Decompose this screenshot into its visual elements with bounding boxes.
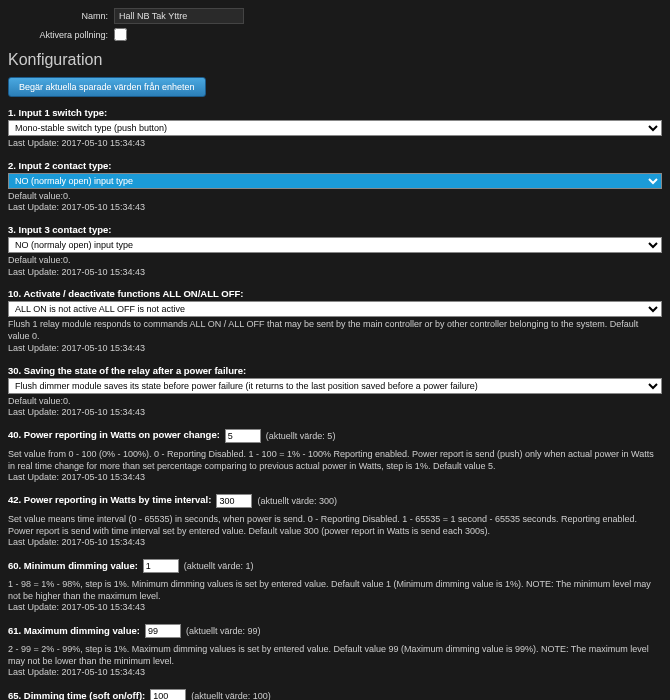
param40-label: 40. Power reporting in Watts on power ch… [8,429,220,440]
param40-lastupdate: Last Update: 2017-05-10 15:34:43 [8,472,662,484]
param40-desc: Set value from 0 - 100 (0% - 100%). 0 - … [8,449,662,472]
param1-label: 1. Input 1 switch type: [8,107,662,118]
param60-desc: 1 - 98 = 1% - 98%, step is 1%. Minimum d… [8,579,662,602]
param40-input[interactable] [225,429,261,443]
param60-input[interactable] [143,559,179,573]
param1-select[interactable]: Mono-stable switch type (push button) [8,120,662,136]
param30-select[interactable]: Flush dimmer module saves its state befo… [8,378,662,394]
param3-select[interactable]: NO (normaly open) input type [8,237,662,253]
param2-default: Default value:0. [8,191,662,203]
param2-select[interactable]: NO (normaly open) input type [8,173,662,189]
param65-label: 65. Dimming time (soft on/off): [8,690,145,700]
param61-lastupdate: Last Update: 2017-05-10 15:34:43 [8,667,662,679]
param42-input[interactable] [216,494,252,508]
param30-label: 30. Saving the state of the relay after … [8,365,662,376]
param30-default: Default value:0. [8,396,662,408]
param60-lastupdate: Last Update: 2017-05-10 15:34:43 [8,602,662,614]
param65-current: (aktuellt värde: 100) [191,691,271,700]
param1-lastupdate: Last Update: 2017-05-10 15:34:43 [8,138,662,150]
param3-label: 3. Input 3 contact type: [8,224,662,235]
param60-label: 60. Minimum dimming value: [8,560,138,571]
param10-desc: Flush 1 relay module responds to command… [8,319,662,342]
param2-lastupdate: Last Update: 2017-05-10 15:34:43 [8,202,662,214]
param65-input[interactable] [150,689,186,700]
param61-current: (aktuellt värde: 99) [186,626,261,636]
param61-label: 61. Maximum dimming value: [8,625,140,636]
polling-checkbox[interactable] [114,28,127,41]
param42-desc: Set value means time interval (0 - 65535… [8,514,662,537]
param3-default: Default value:0. [8,255,662,267]
name-label: Namn: [8,11,108,21]
param2-label: 2. Input 2 contact type: [8,160,662,171]
config-section-title: Konfiguration [8,51,662,69]
polling-label: Aktivera pollning: [8,30,108,40]
param61-input[interactable] [145,624,181,638]
param42-current: (aktuellt värde: 300) [257,496,337,506]
param10-lastupdate: Last Update: 2017-05-10 15:34:43 [8,343,662,355]
param30-lastupdate: Last Update: 2017-05-10 15:34:43 [8,407,662,419]
param42-label: 42. Power reporting in Watts by time int… [8,494,211,505]
param42-lastupdate: Last Update: 2017-05-10 15:34:43 [8,537,662,549]
param3-lastupdate: Last Update: 2017-05-10 15:34:43 [8,267,662,279]
param61-desc: 2 - 99 = 2% - 99%, step is 1%. Maximum d… [8,644,662,667]
param10-select[interactable]: ALL ON is not active ALL OFF is not acti… [8,301,662,317]
param10-label: 10. Activate / deactivate functions ALL … [8,288,662,299]
request-values-button[interactable]: Begär aktuella sparade värden från enhet… [8,77,206,97]
name-input[interactable] [114,8,244,24]
param60-current: (aktuellt värde: 1) [184,561,254,571]
param40-current: (aktuellt värde: 5) [266,431,336,441]
